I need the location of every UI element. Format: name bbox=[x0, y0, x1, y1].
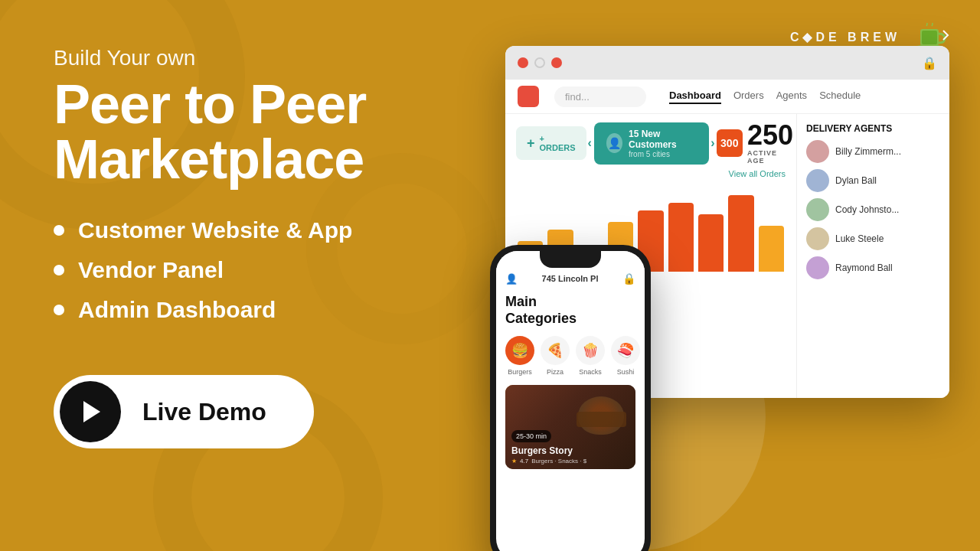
delivery-agents-title: DELIVERY AGENTS bbox=[806, 123, 940, 134]
agent-name: Luke Steele bbox=[835, 233, 884, 244]
right-mockup: 🔒 find... Dashboard Orders Agents Schedu… bbox=[505, 0, 980, 551]
agents-num-badge: 300 bbox=[717, 129, 743, 157]
food-rating-value: 4.7 bbox=[520, 458, 528, 465]
food-rating-stars: ★ bbox=[511, 458, 517, 465]
delivery-agents-panel: DELIVERY AGENTS Billy Zimmerm...Dylan Ba… bbox=[796, 114, 949, 398]
sushi-label: Sushi bbox=[617, 368, 635, 376]
pizza-circle: 🍕 bbox=[541, 336, 570, 365]
phone-categories-title: Main Categories bbox=[496, 291, 645, 330]
stats-row: + + ORDERS ‹ 👤 15 New Customers from 5 c… bbox=[505, 114, 796, 168]
phone-location: 745 Lincoln Pl bbox=[542, 274, 599, 283]
burgers-circle: 🍔 bbox=[505, 336, 534, 365]
active-agents-card: 300 250 ACTIVE AGE bbox=[717, 122, 795, 165]
agent-name: Billy Zimmerm... bbox=[835, 146, 901, 157]
customers-card: 👤 15 New Customers from 5 cities bbox=[594, 122, 709, 165]
food-time-badge: 25-30 min bbox=[511, 430, 551, 442]
agent-row: Billy Zimmerm... bbox=[806, 140, 940, 163]
live-demo-label: Live Demo bbox=[127, 398, 282, 426]
agent-row: Raymond Ball bbox=[806, 256, 940, 279]
bullet-3 bbox=[54, 305, 64, 315]
agent-avatar bbox=[806, 256, 829, 279]
phone-screen: 👤 745 Lincoln Pl 🔒 Main Categories 🍔 Bur… bbox=[496, 251, 645, 551]
phone-food-image: 25-30 min Burgers Story ★ 4.7 Burgers · … bbox=[505, 385, 635, 469]
agents-list: Billy Zimmerm...Dylan BallCody Johnsto..… bbox=[806, 140, 940, 279]
view-all-orders[interactable]: View all Orders bbox=[505, 168, 796, 181]
chart-bar bbox=[698, 214, 724, 272]
play-circle bbox=[60, 381, 121, 442]
chevron-right-icon: › bbox=[710, 136, 714, 150]
nav-link-agents[interactable]: Agents bbox=[776, 90, 807, 104]
browser-dot-yellow bbox=[534, 57, 545, 68]
live-demo-button[interactable]: Live Demo bbox=[54, 375, 314, 448]
phone-user-icon: 👤 bbox=[505, 273, 518, 285]
feature-item-2: Vendor Panel bbox=[54, 257, 475, 283]
category-snacks[interactable]: 🍿 Snacks bbox=[576, 336, 605, 376]
category-burgers[interactable]: 🍔 Burgers bbox=[505, 336, 534, 376]
agent-row: Cody Johnsto... bbox=[806, 198, 940, 221]
agents-big-number: 250 bbox=[747, 122, 795, 149]
left-content: Build Your own Peer to Peer Marketplace … bbox=[0, 0, 521, 551]
agent-avatar bbox=[806, 227, 829, 250]
category-sushi[interactable]: 🍣 Sushi bbox=[611, 336, 640, 376]
snacks-label: Snacks bbox=[579, 368, 602, 376]
burger-patty bbox=[577, 412, 626, 427]
food-name: Burgers Story bbox=[511, 445, 586, 456]
phone-mockup: 👤 745 Lincoln Pl 🔒 Main Categories 🍔 Bur… bbox=[490, 245, 651, 551]
agent-avatar bbox=[806, 140, 829, 163]
chart-bar bbox=[759, 226, 784, 272]
browser-titlebar: 🔒 bbox=[505, 46, 949, 80]
agent-row: Dylan Ball bbox=[806, 169, 940, 192]
food-tags: Burgers · Snacks · $ bbox=[531, 458, 586, 465]
food-meta: ★ 4.7 Burgers · Snacks · $ bbox=[511, 458, 586, 465]
bullet-2 bbox=[54, 265, 64, 276]
orders-card: + + ORDERS bbox=[516, 126, 586, 160]
sushi-circle: 🍣 bbox=[611, 336, 640, 365]
feature-item-1: Customer Website & App bbox=[54, 217, 475, 243]
browser-search-bar[interactable]: find... bbox=[554, 86, 646, 107]
customers-count-text: 15 New Customers bbox=[629, 129, 697, 150]
nav-link-dashboard[interactable]: Dashboard bbox=[669, 90, 721, 104]
agent-avatar bbox=[806, 198, 829, 221]
chevron-left-icon: ‹ bbox=[588, 136, 592, 150]
browser-app-logo bbox=[518, 86, 539, 107]
browser-navbar: find... Dashboard Orders Agents Schedule bbox=[505, 80, 949, 114]
agents-big-info: 250 ACTIVE AGE bbox=[747, 122, 795, 165]
features-list: Customer Website & App Vendor Panel Admi… bbox=[54, 217, 475, 337]
customers-info: 15 New Customers from 5 cities bbox=[629, 129, 697, 158]
phone-lock-icon: 🔒 bbox=[622, 272, 635, 285]
feature-item-3: Admin Dashboard bbox=[54, 297, 475, 323]
agent-name: Dylan Ball bbox=[835, 175, 877, 186]
browser-dot-gray bbox=[551, 57, 562, 68]
customers-sub-text: from 5 cities bbox=[629, 150, 697, 158]
hero-subtitle: Build Your own bbox=[54, 46, 475, 70]
chart-bar bbox=[668, 203, 694, 272]
orders-plus: + bbox=[527, 135, 535, 152]
phone-category-icons: 🍔 Burgers 🍕 Pizza 🍿 Snacks 🍣 Sushi bbox=[496, 330, 645, 382]
bullet-1 bbox=[54, 225, 64, 236]
burgers-label: Burgers bbox=[508, 368, 532, 376]
hero-title: Peer to Peer Marketplace bbox=[54, 77, 475, 187]
browser-dot-red bbox=[518, 57, 528, 68]
browser-nav-links: Dashboard Orders Agents Schedule bbox=[669, 90, 861, 104]
nav-link-orders[interactable]: Orders bbox=[733, 90, 764, 104]
food-image-overlay: 25-30 min Burgers Story ★ 4.7 Burgers · … bbox=[511, 428, 586, 465]
chart-bar bbox=[728, 195, 753, 272]
agent-name: Raymond Ball bbox=[835, 262, 893, 273]
phone-notch bbox=[540, 251, 601, 268]
browser-lock-icon: 🔒 bbox=[922, 56, 937, 70]
snacks-circle: 🍿 bbox=[576, 336, 605, 365]
customers-wrapper: ‹ 👤 15 New Customers from 5 cities › bbox=[594, 122, 709, 165]
agent-row: Luke Steele bbox=[806, 227, 940, 250]
agent-name: Cody Johnsto... bbox=[835, 204, 899, 215]
agent-avatar bbox=[806, 169, 829, 192]
category-pizza[interactable]: 🍕 Pizza bbox=[541, 336, 570, 376]
pizza-label: Pizza bbox=[547, 368, 564, 376]
customers-avatar-icon: 👤 bbox=[606, 133, 622, 153]
nav-link-schedule[interactable]: Schedule bbox=[819, 90, 861, 104]
agents-label: ACTIVE AGE bbox=[747, 149, 795, 165]
play-triangle-icon bbox=[83, 401, 100, 422]
orders-label: + ORDERS bbox=[540, 134, 576, 152]
